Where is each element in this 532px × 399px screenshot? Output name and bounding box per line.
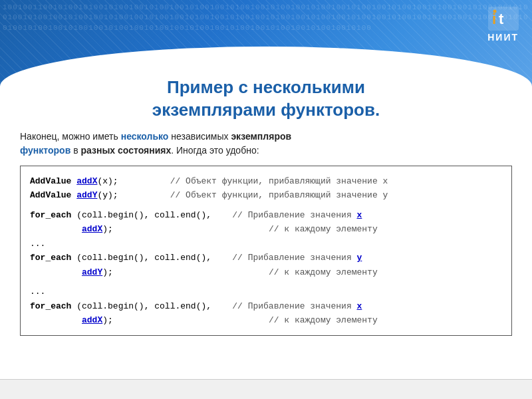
intro-text-4: . Иногда это удобно: — [171, 145, 259, 156]
kw-addvalue-2: AddValue — [30, 190, 71, 200]
code-line-8: ... — [30, 285, 502, 299]
code-block: AddValue addX(x); // Объект функции, при… — [20, 166, 512, 336]
comment-7: // Прибавление значения — [232, 301, 351, 311]
kw-foreach-3: for_each — [30, 301, 71, 311]
comment-4: // к каждому элементу — [269, 224, 378, 234]
page-title: Пример с несколькими экземплярами функто… — [27, 76, 505, 122]
kw-foreach-1: for_each — [30, 210, 71, 220]
intro-highlight-1: несколько — [121, 131, 169, 142]
intro-highlight-2: экземпляров — [231, 131, 291, 142]
code-line-10: addX); // к каждому элементу — [30, 313, 502, 327]
code-line-1: AddValue addX(x); // Объект функции, при… — [30, 174, 502, 188]
intro-paragraph: Наконец, можно иметь несколько независим… — [20, 130, 512, 158]
svg-point-3 — [493, 10, 496, 13]
comment-2: // Объект функции, прибавляющий значение… — [170, 190, 388, 200]
logo: i t НИИТ — [487, 7, 519, 43]
intro-highlight-3: функторов — [20, 145, 70, 156]
comment-1: // Объект функции, прибавляющий значение… — [170, 176, 388, 186]
logo-icon: i t — [488, 7, 519, 31]
var-addy-1: addY — [76, 190, 97, 200]
kw-addvalue-1: AddValue — [30, 176, 71, 186]
code-line-9: for_each (coll.begin(), coll.end(), // П… — [30, 299, 502, 313]
comment-3: // Прибавление значения — [232, 210, 351, 220]
code-line-2: AddValue addY(y); // Объект функции, при… — [30, 188, 502, 202]
logo-text: НИИТ — [487, 32, 519, 43]
comment-8: // к каждому элементу — [269, 315, 378, 325]
code-spacer-2 — [30, 279, 502, 285]
comment-5: // Прибавление значения — [232, 253, 351, 263]
var-x-2: x — [357, 301, 362, 311]
svg-text:i: i — [492, 11, 496, 27]
svg-text:t: t — [499, 11, 504, 27]
bottom-bar — [0, 379, 532, 399]
code-line-6: for_each (coll.begin(), coll.end(), // П… — [30, 251, 502, 265]
var-y-1: y — [357, 253, 362, 263]
code-spacer-1 — [30, 203, 502, 208]
code-line-5: ... — [30, 237, 502, 251]
intro-text-3: в — [70, 145, 80, 156]
intro-text-2: независимых — [168, 131, 231, 142]
var-addx-1: addX — [76, 176, 97, 186]
main-content: Наконец, можно иметь несколько независим… — [20, 130, 512, 336]
var-addx-3: addX — [82, 315, 102, 325]
intro-text-1: Наконец, можно иметь — [20, 131, 121, 142]
var-addx-2: addX — [82, 224, 102, 234]
title-area: Пример с несколькими экземплярами функто… — [0, 70, 532, 125]
var-addy-2: addY — [82, 267, 102, 277]
code-line-3: for_each (coll.begin(), coll.end(), // П… — [30, 208, 502, 222]
intro-highlight-4: разных состояниях — [80, 145, 171, 156]
comment-6: // к каждому элементу — [269, 267, 378, 277]
code-line-4: addX); // к каждому элементу — [30, 222, 502, 236]
var-x-1: x — [357, 210, 362, 220]
code-line-7: addY); // к каждому элементу — [30, 265, 502, 279]
kw-foreach-2: for_each — [30, 253, 71, 263]
